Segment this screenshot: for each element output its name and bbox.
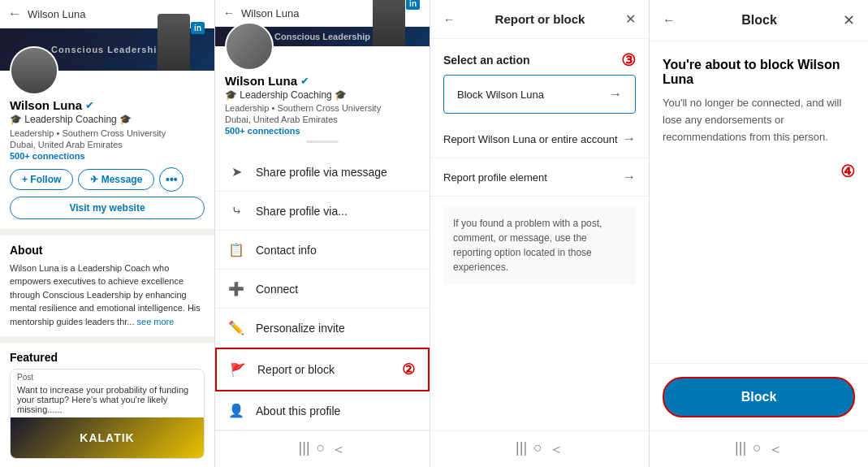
nav-bar-item-2a: |||	[299, 439, 310, 459]
menu-label-connect: Connect	[256, 283, 298, 296]
headline-2: 🎓 Leadership Coaching 🎓	[225, 89, 420, 101]
action-item-report-element[interactable]: Report profile element →	[430, 158, 649, 197]
block-confirm-content: You're about to block Wilson Luna You'll…	[650, 41, 868, 363]
follow-button[interactable]: + Follow	[10, 169, 73, 190]
meta-university-2: Leadership • Southern Cross University	[225, 103, 420, 113]
nav-bar-3: ||| ○ ＜	[516, 439, 564, 459]
menu-item-about-profile[interactable]: 👤 About this profile	[215, 391, 430, 430]
featured-card-1[interactable]: Post Want to increase your probability o…	[10, 369, 205, 459]
about-text-1: Wilson Luna is a Leadership Coach who em…	[10, 262, 205, 329]
connections-1: 500+ connections	[10, 151, 205, 161]
avatar-inner-1	[11, 48, 57, 93]
action-label-block: Block Wilson Luna	[457, 89, 544, 101]
menu-label-share-via: Share profile via...	[256, 205, 348, 218]
annotation-4: ④	[840, 162, 855, 181]
menu-item-share-message[interactable]: ➤ Share profile via message	[215, 153, 430, 192]
menu-item-personalize[interactable]: ✏️ Personalize invite	[215, 309, 430, 348]
menu-item-report-block[interactable]: 🚩 Report or block ②	[215, 348, 430, 391]
profile-mini-2: in Wilson Luna ✔ 🎓 Leadership Coaching 🎓…	[215, 46, 430, 153]
action-arrow-block: →	[609, 87, 622, 102]
action-arrow-report-account: →	[623, 132, 636, 146]
name-row-2: Wilson Luna ✔	[225, 74, 420, 88]
action-row-1: + Follow ✈ Message •••	[10, 167, 205, 192]
see-more-link[interactable]: see more	[137, 317, 175, 326]
block-confirm-heading: You're about to block Wilson Luna	[663, 58, 855, 87]
featured-card-image: KALATIK	[11, 417, 204, 458]
contact-info-icon: 📋	[228, 242, 244, 257]
menu-label-report-block: Report or block	[257, 363, 335, 376]
nav-bar-item-2b: ○	[317, 439, 326, 459]
profile-section-1: in Wilson Luna ✔ 🎓 Leadership Coaching 🎓…	[0, 71, 214, 229]
nav-bar-2: ||| ○ ＜	[299, 439, 347, 459]
bottom-nav-2: ||| ○ ＜	[215, 430, 430, 467]
connect-icon: ➕	[228, 281, 244, 296]
featured-title-1: Featured	[10, 351, 205, 364]
menu-item-share-via[interactable]: ⤷ Share profile via...	[215, 192, 430, 231]
block-confirm-button[interactable]: Block	[663, 377, 855, 417]
menu-label-share-message: Share profile via message	[256, 166, 387, 179]
menu-list: ➤ Share profile via message ⤷ Share prof…	[215, 153, 430, 430]
menu-item-contact-info[interactable]: 📋 Contact info	[215, 231, 430, 270]
back-icon-3[interactable]: ←	[443, 13, 455, 26]
action-arrow-report-element: →	[623, 170, 636, 184]
back-icon-2[interactable]: ←	[223, 6, 235, 19]
avatar-wrap-2: in	[225, 22, 420, 71]
divider-line	[306, 141, 339, 143]
close-icon-3[interactable]: ✕	[625, 11, 636, 27]
verified-icon-2: ✔	[300, 75, 309, 87]
annotation-2: ②	[402, 361, 415, 378]
menu-item-connect[interactable]: ➕ Connect	[215, 270, 430, 309]
profile-name-1: Wilson Luna	[10, 98, 82, 112]
featured-card-label: Post	[11, 370, 204, 385]
meta-university-1: Leadership • Southern Cross University	[10, 128, 205, 138]
share-via-icon: ⤷	[228, 203, 244, 218]
profile-name-2: Wilson Luna	[225, 74, 297, 88]
bottom-nav-4: ||| ○ ＜	[650, 430, 868, 467]
connections-2: 500+ connections	[225, 126, 420, 136]
action-item-block[interactable]: Block Wilson Luna →	[443, 75, 636, 114]
nav-item-4c: ＜	[768, 439, 783, 459]
website-button[interactable]: Visit my website	[10, 197, 205, 219]
report-block-header: ← Report or block ✕	[430, 0, 649, 39]
about-section-1: About Wilson Luna is a Leadership Coach …	[0, 236, 214, 337]
linkedin-badge-1: in	[191, 22, 205, 34]
block-confirm-header: ← Block ✕	[650, 0, 868, 41]
meta-location-2: Dubai, United Arab Emirates	[225, 115, 420, 124]
panel-block-confirm: ← Block ✕ You're about to block Wilson L…	[650, 0, 868, 467]
featured-section-1: Featured Post Want to increase your prob…	[0, 343, 214, 467]
close-icon-4[interactable]: ✕	[843, 11, 855, 29]
message-button[interactable]: ✈ Message	[78, 169, 154, 190]
verified-icon-1: ✔	[85, 99, 94, 111]
back-icon-1[interactable]: ←	[8, 6, 21, 21]
annotation-3: ③	[621, 50, 636, 70]
bottom-nav-3: ||| ○ ＜	[430, 430, 649, 467]
share-message-icon: ➤	[228, 164, 244, 179]
menu-label-personalize: Personalize invite	[256, 322, 345, 335]
block-confirm-title: Block	[741, 13, 777, 28]
block-confirm-desc: You'll no longer be connected, and will …	[663, 95, 855, 145]
headline-1: 🎓 Leadership Coaching 🎓	[10, 114, 205, 125]
panel-profile: ← Wilson Luna Conscious Leadership in Wi…	[0, 0, 215, 467]
block-confirm-footer: Block	[650, 363, 868, 430]
avatar-2	[225, 22, 274, 71]
back-icon-4[interactable]: ←	[663, 13, 676, 28]
meta-location-1: Dubai, United Arab Emirates	[10, 140, 205, 149]
avatar-wrap-1: in	[10, 46, 205, 95]
panel-more-options: ← Wilson Luna Conscious Leadership in Wi…	[215, 0, 430, 467]
action-label-report-element: Report profile element	[443, 171, 547, 184]
menu-label-contact-info: Contact info	[256, 244, 317, 257]
name-row-1: Wilson Luna ✔	[10, 98, 205, 112]
info-box-3: If you found a problem with a post, comm…	[443, 206, 636, 284]
more-button[interactable]: •••	[159, 167, 184, 192]
personalize-icon: ✏️	[228, 320, 244, 335]
nav-item-3a: |||	[516, 439, 527, 459]
action-label-report-account: Report Wilson Luna or entire account	[443, 133, 618, 145]
report-block-title: Report or block	[495, 12, 585, 26]
nav-item-3b: ○	[533, 439, 542, 459]
about-title-1: About	[10, 244, 205, 257]
action-item-report-account[interactable]: Report Wilson Luna or entire account →	[430, 120, 649, 158]
linkedin-badge-2: in	[406, 0, 420, 10]
nav-item-4a: |||	[735, 439, 746, 459]
about-profile-icon: 👤	[228, 403, 244, 418]
featured-card-text: Want to increase your probability of fun…	[11, 385, 204, 417]
